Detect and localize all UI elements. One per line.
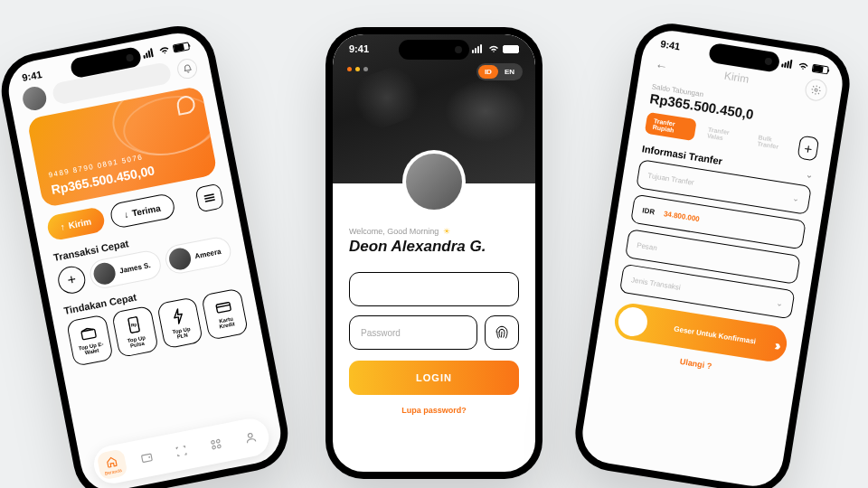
- currency-label: IDR: [642, 206, 656, 216]
- chevron-down-icon: ⌄: [792, 193, 800, 203]
- receive-button[interactable]: ↓ Terima: [108, 192, 176, 230]
- nav-profile[interactable]: [235, 422, 267, 454]
- add-transfer-button[interactable]: +: [797, 136, 820, 162]
- contact-avatar: [167, 246, 193, 271]
- message-placeholder: Pesan: [637, 240, 658, 251]
- svg-text:Rp: Rp: [130, 322, 137, 327]
- battery-icon: [503, 45, 519, 53]
- notifications-button[interactable]: [175, 57, 199, 80]
- notch: [399, 40, 469, 60]
- wifi-icon: [797, 61, 809, 71]
- nav-wallet[interactable]: [131, 442, 163, 474]
- back-button[interactable]: ←: [655, 58, 669, 74]
- username-field[interactable]: [349, 272, 519, 306]
- signal-icon: [142, 48, 156, 59]
- user-avatar[interactable]: [21, 85, 48, 112]
- fingerprint-button[interactable]: [485, 315, 519, 350]
- wifi-icon: [488, 44, 499, 53]
- card-brand-icon: [175, 94, 196, 115]
- nav-apps[interactable]: [200, 428, 231, 460]
- signal-icon: [781, 58, 795, 69]
- slider-label: Geser Untuk Konfirmasi: [646, 320, 784, 350]
- profile-avatar[interactable]: [402, 150, 466, 213]
- arrow-down-icon: ↓: [123, 209, 129, 220]
- amount-value: 34.800.000: [663, 210, 700, 223]
- password-placeholder: Password: [361, 328, 401, 338]
- bolt-icon: [171, 307, 186, 325]
- svg-point-9: [212, 446, 216, 449]
- svg-point-7: [212, 440, 215, 444]
- svg-point-10: [217, 445, 221, 448]
- login-label: LOGIN: [416, 372, 452, 383]
- forgot-password-link[interactable]: Lupa password?: [349, 406, 519, 415]
- destination-placeholder: Tujuan Tranfer: [647, 171, 695, 186]
- scan-icon: [174, 444, 188, 458]
- status-time: 9:41: [660, 38, 682, 52]
- contact-name: James S.: [118, 260, 151, 274]
- more-actions-button[interactable]: [194, 183, 224, 213]
- nav-scan[interactable]: [165, 436, 197, 467]
- username-display: Deon Alexandra G.: [349, 238, 519, 256]
- add-contact-button[interactable]: +: [56, 264, 88, 296]
- tile-label: Kartu Kredit: [211, 314, 242, 331]
- window-dots: [347, 67, 368, 71]
- login-button[interactable]: LOGIN: [349, 361, 519, 395]
- tab-valas[interactable]: Tranfer Valas: [699, 120, 747, 149]
- tile-credit-card[interactable]: Kartu Kredit: [201, 287, 249, 341]
- svg-point-11: [248, 433, 252, 437]
- status-time: 9:41: [349, 43, 369, 54]
- battery-icon: [812, 63, 829, 74]
- greeting-text: Welcome, Good Morning ☀: [349, 227, 519, 236]
- bell-icon: [182, 63, 193, 75]
- card-icon: [214, 299, 232, 314]
- chevron-down-icon[interactable]: ⌄: [806, 170, 814, 180]
- phone-transfer: 9:41 ← Kirim Saldo Tabungan Rp365.500.45…: [570, 18, 854, 488]
- wifi-icon: [158, 45, 171, 56]
- gear-icon: [810, 84, 823, 97]
- phone-login: 9:41 ID EN Welcome, Good Morning ☀ Deon …: [326, 27, 542, 479]
- grid-icon: [209, 436, 223, 451]
- receive-label: Terima: [131, 202, 162, 218]
- wallet-nav-icon: [139, 450, 154, 465]
- sun-icon: ☀: [440, 227, 450, 236]
- language-toggle[interactable]: ID EN: [476, 63, 523, 80]
- svg-rect-5: [141, 454, 152, 462]
- send-label: Kirim: [68, 216, 92, 230]
- status-time: 9:41: [21, 69, 42, 83]
- home-icon: [104, 454, 118, 468]
- contact-avatar: [92, 261, 118, 286]
- nav-home[interactable]: Beranda: [96, 448, 127, 480]
- bottom-nav: Beranda: [90, 416, 271, 487]
- lang-id[interactable]: ID: [478, 65, 498, 79]
- page-title: Kirim: [723, 70, 750, 86]
- fingerprint-icon: [494, 324, 510, 341]
- tile-label: Top Up PLN: [165, 324, 197, 341]
- chevron-down-icon: ⌄: [775, 298, 783, 308]
- phone-home: 9:41 9489 8790 0891 5076 Rp365.500.450,0…: [0, 20, 294, 488]
- tile-ewallet[interactable]: Top Up E-Walet: [66, 314, 114, 367]
- settings-button[interactable]: [804, 78, 828, 102]
- signal-icon: [472, 44, 485, 53]
- slider-knob[interactable]: [617, 305, 650, 339]
- password-field[interactable]: Password: [349, 315, 477, 350]
- wallet-icon: [80, 325, 98, 341]
- tile-pulsa[interactable]: Rp Top Up Pulsa: [111, 305, 159, 359]
- send-button[interactable]: ↑ Kirim: [45, 206, 106, 241]
- svg-point-8: [216, 439, 220, 443]
- tile-label: Top Up Pulsa: [121, 333, 153, 350]
- user-icon: [243, 430, 258, 445]
- svg-point-12: [815, 89, 817, 91]
- menu-lines-icon: [203, 192, 216, 203]
- svg-line-4: [217, 305, 231, 307]
- phone-rp-icon: Rp: [127, 315, 140, 333]
- arrow-up-icon: ↑: [60, 221, 66, 232]
- tile-pln[interactable]: Top Up PLN: [156, 296, 204, 350]
- contact-name: Ameera: [194, 247, 222, 259]
- lang-en[interactable]: EN: [498, 65, 521, 79]
- tile-label: Top Up E-Walet: [75, 341, 107, 357]
- tab-bulk[interactable]: Bulk Tranfer: [749, 128, 795, 156]
- svg-point-6: [148, 456, 150, 458]
- type-placeholder: Jenis Transaksi: [631, 276, 682, 292]
- battery-icon: [173, 42, 190, 52]
